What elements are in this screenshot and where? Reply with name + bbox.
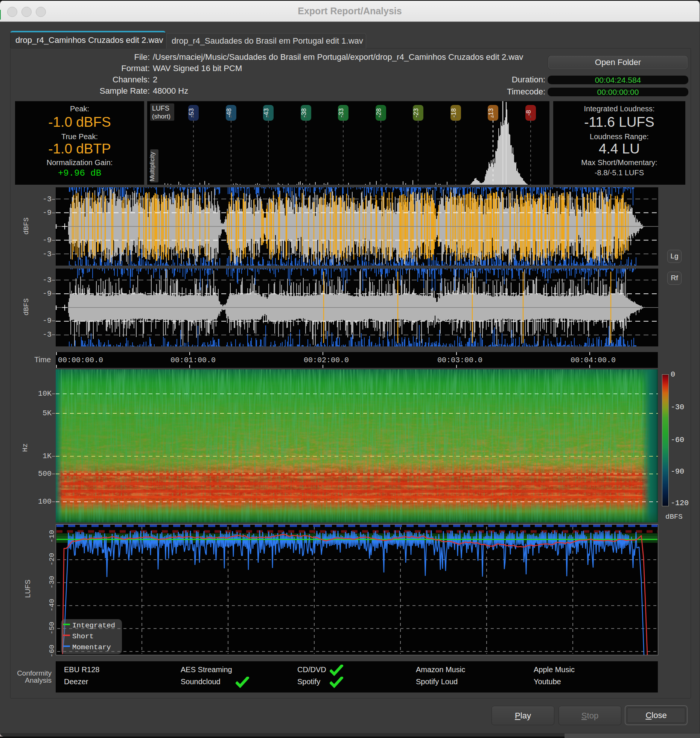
svg-text:Momentary: Momentary <box>72 643 111 651</box>
svg-text:-13: -13 <box>487 108 495 118</box>
svg-text:-23: -23 <box>412 108 420 118</box>
svg-text:-8: -8 <box>525 110 532 115</box>
svg-text:Multiplicity: Multiplicity <box>149 152 156 181</box>
svg-text:-28: -28 <box>375 108 382 118</box>
svg-text:-43: -43 <box>263 108 270 118</box>
svg-text:Integrated: Integrated <box>72 621 115 630</box>
svg-text:(short): (short) <box>152 113 170 120</box>
svg-text:-18: -18 <box>450 108 457 118</box>
svg-text:-38: -38 <box>300 108 307 118</box>
svg-text:-33: -33 <box>338 108 345 118</box>
svg-text:-48: -48 <box>225 108 233 118</box>
svg-text:LUFS: LUFS <box>152 105 169 112</box>
svg-text:-53: -53 <box>188 108 195 118</box>
svg-text:Short: Short <box>72 632 94 641</box>
